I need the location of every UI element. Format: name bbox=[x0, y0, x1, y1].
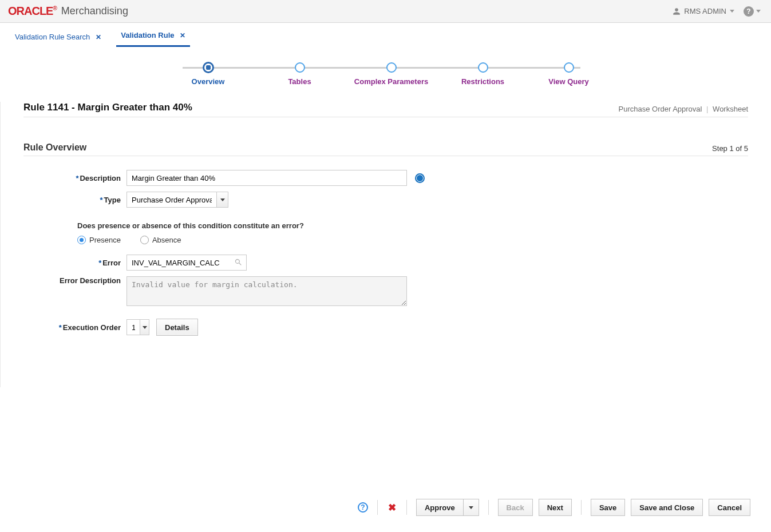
error-desc-textarea bbox=[126, 276, 407, 306]
train-label: Complex Parameters bbox=[354, 77, 428, 86]
user-name: RMS ADMIN bbox=[684, 7, 726, 15]
oracle-logo-text: ORACLE bbox=[8, 5, 53, 17]
product-name: Merchandising bbox=[61, 5, 128, 17]
description-input[interactable] bbox=[126, 170, 407, 186]
close-icon[interactable]: ✕ bbox=[96, 33, 101, 41]
tabs-row: Validation Rule Search ✕ Validation Rule… bbox=[0, 23, 771, 47]
section-title: Rule Overview bbox=[23, 142, 86, 153]
rule-meta-type: Purchase Order Approval bbox=[618, 105, 702, 113]
details-button[interactable]: Details bbox=[156, 319, 198, 336]
train-stop-restrictions[interactable]: Restrictions bbox=[437, 62, 529, 86]
description-label: *Description bbox=[52, 174, 126, 182]
app-header: ORACLE® Merchandising RMS ADMIN ? bbox=[0, 0, 771, 23]
chevron-down-icon bbox=[730, 10, 734, 13]
train-stop-view-query[interactable]: View Query bbox=[529, 62, 609, 86]
dropdown-arrow[interactable] bbox=[217, 192, 228, 208]
train-label: Tables bbox=[288, 77, 311, 86]
question-icon: ? bbox=[744, 6, 754, 17]
presence-radio[interactable] bbox=[77, 236, 86, 244]
user-menu[interactable]: RMS ADMIN bbox=[673, 7, 737, 15]
condition-question: Does presence or absence of this conditi… bbox=[77, 221, 748, 230]
type-label: *Type bbox=[52, 196, 126, 204]
error-input[interactable] bbox=[126, 255, 247, 271]
tab-label: Validation Rule bbox=[121, 31, 174, 39]
rule-meta: Purchase Order Approval | Worksheet bbox=[618, 105, 748, 113]
step-indicator: Step 1 of 5 bbox=[712, 144, 748, 153]
train-label: Restrictions bbox=[461, 77, 504, 86]
exec-order-label: *Execution Order bbox=[52, 323, 126, 332]
globe-icon[interactable] bbox=[415, 173, 425, 183]
type-value[interactable] bbox=[126, 192, 217, 208]
exec-order-value[interactable] bbox=[126, 319, 140, 335]
train-label: View Query bbox=[548, 77, 589, 86]
oracle-logo: ORACLE® bbox=[8, 5, 57, 18]
tab-label: Validation Rule Search bbox=[15, 33, 90, 41]
train-node bbox=[478, 62, 488, 73]
train-line bbox=[183, 67, 580, 69]
train-label: Overview bbox=[192, 77, 225, 86]
error-label: *Error bbox=[52, 259, 126, 267]
presence-label: Presence bbox=[89, 236, 121, 244]
exec-order-select[interactable] bbox=[126, 319, 149, 335]
close-icon[interactable]: ✕ bbox=[180, 31, 185, 39]
chevron-down-icon bbox=[756, 10, 761, 13]
user-icon bbox=[673, 7, 681, 15]
rule-header: Rule 1141 - Margin Greater than 40% Purc… bbox=[23, 102, 748, 117]
dropdown-arrow[interactable] bbox=[140, 319, 149, 335]
chevron-down-icon bbox=[220, 198, 225, 201]
help-menu[interactable]: ? bbox=[741, 6, 763, 17]
train-stop-complex-parameters[interactable]: Complex Parameters bbox=[346, 62, 437, 86]
chevron-down-icon bbox=[143, 326, 147, 329]
header-user-area: RMS ADMIN ? bbox=[673, 6, 763, 17]
error-desc-label: Error Description bbox=[52, 276, 126, 285]
brand: ORACLE® Merchandising bbox=[8, 5, 128, 18]
separator: | bbox=[706, 105, 708, 113]
type-select[interactable] bbox=[126, 192, 228, 208]
train-node bbox=[295, 62, 305, 73]
rule-overview-form: *Description *Type Does presence or abse… bbox=[23, 156, 748, 336]
presence-absence-group: Presence Absence bbox=[77, 236, 748, 244]
tab-validation-rule-search[interactable]: Validation Rule Search ✕ bbox=[10, 29, 106, 47]
absence-radio[interactable] bbox=[140, 236, 149, 244]
absence-label: Absence bbox=[152, 236, 181, 244]
rule-title: Rule 1141 - Margin Greater than 40% bbox=[23, 102, 192, 113]
tab-validation-rule[interactable]: Validation Rule ✕ bbox=[116, 27, 190, 47]
train-stop-tables[interactable]: Tables bbox=[254, 62, 346, 86]
train-node bbox=[386, 62, 397, 73]
train-stop-overview[interactable]: Overview bbox=[163, 62, 254, 86]
train-node bbox=[564, 62, 574, 73]
section-header: Rule Overview Step 1 of 5 bbox=[23, 142, 748, 156]
train-node bbox=[203, 62, 213, 73]
error-lookup[interactable] bbox=[126, 255, 247, 271]
wizard-train: Overview Tables Complex Parameters Restr… bbox=[151, 62, 620, 86]
rule-meta-status: Worksheet bbox=[713, 105, 748, 113]
content-area: Rule 1141 - Margin Greater than 40% Purc… bbox=[0, 102, 771, 387]
